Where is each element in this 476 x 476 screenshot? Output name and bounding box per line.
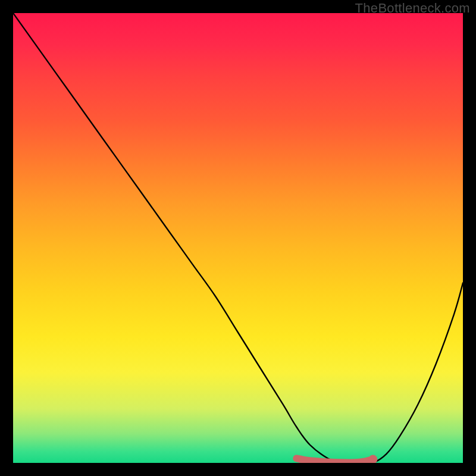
bottleneck-curve	[13, 13, 463, 463]
optimal-region-path	[296, 458, 373, 462]
optimal-region	[296, 455, 377, 463]
chart-stage: TheBottleneck.com	[0, 0, 476, 476]
curve-layer	[13, 13, 463, 463]
bottleneck-curve-path	[13, 13, 463, 463]
plot-area	[13, 13, 463, 463]
optimal-end-marker	[368, 455, 377, 463]
